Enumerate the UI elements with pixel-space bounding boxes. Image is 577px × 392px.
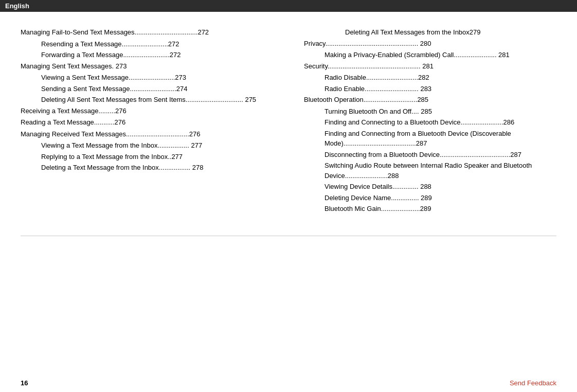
list-item: Deleting All Text Messages from the Inbo… bbox=[304, 27, 556, 38]
list-item: Deleting Device Name............... 289 bbox=[304, 193, 556, 203]
list-item: Bluetooth Operation.....................… bbox=[304, 95, 556, 105]
list-item: Forwarding a Text Message...............… bbox=[21, 50, 273, 60]
list-item: Deleting All Sent Text Messages from Sen… bbox=[21, 95, 273, 105]
left-column: Managing Fail-to-Send Text Messages.....… bbox=[21, 27, 288, 215]
list-item: Replying to a Text Message from the Inbo… bbox=[21, 152, 273, 162]
list-item: Switching Audio Route between Internal R… bbox=[304, 161, 556, 181]
main-content: Managing Fail-to-Send Text Messages.....… bbox=[0, 12, 577, 236]
list-item: Privacy.................................… bbox=[304, 39, 556, 49]
divider bbox=[21, 236, 556, 236]
list-item: Resending a Text Message................… bbox=[21, 39, 273, 49]
list-item: Reading a Text Message...........276 bbox=[21, 117, 273, 128]
list-item: Viewing a Sent Text Message.............… bbox=[21, 73, 273, 83]
list-item: Managing Received Text Messages.........… bbox=[21, 129, 273, 139]
list-item: Security................................… bbox=[304, 61, 556, 72]
list-item: Finding and Connecting to a Bluetooth De… bbox=[304, 117, 556, 128]
list-item: Radio Disable...........................… bbox=[304, 73, 556, 83]
list-item: Deleting a Text Message from the Inbox..… bbox=[21, 163, 273, 173]
list-item: Turning Bluetooth On and Off.... 285 bbox=[304, 106, 556, 117]
list-item: Radio Enable............................… bbox=[304, 84, 556, 94]
list-item: Receiving a Text Message.........276 bbox=[21, 106, 273, 116]
list-item: Bluetooth Mic Gain.....................2… bbox=[304, 204, 556, 214]
list-item: Viewing a Text Message from the Inbox...… bbox=[21, 140, 273, 151]
right-column: Deleting All Text Messages from the Inbo… bbox=[288, 27, 556, 215]
bottom-bar: 16 Send Feedback bbox=[0, 379, 577, 387]
list-item: Sending a Sent Text Message.............… bbox=[21, 84, 273, 94]
top-bar: English bbox=[0, 0, 577, 12]
list-item: Viewing Device Details.............. 288 bbox=[304, 182, 556, 192]
list-item: Managing Sent Text Messages. 273 bbox=[21, 61, 273, 72]
list-item: Disconnecting from a Bluetooth Device...… bbox=[304, 150, 556, 160]
list-item: Managing Fail-to-Send Text Messages.....… bbox=[21, 27, 273, 38]
page-number: 16 bbox=[21, 379, 28, 387]
send-feedback-link[interactable]: Send Feedback bbox=[510, 379, 556, 387]
list-item: Finding and Connecting from a Bluetooth … bbox=[304, 129, 556, 149]
list-item: Making a Privacy-Enabled (Scrambled) Cal… bbox=[304, 50, 556, 60]
language-label: English bbox=[5, 2, 29, 10]
